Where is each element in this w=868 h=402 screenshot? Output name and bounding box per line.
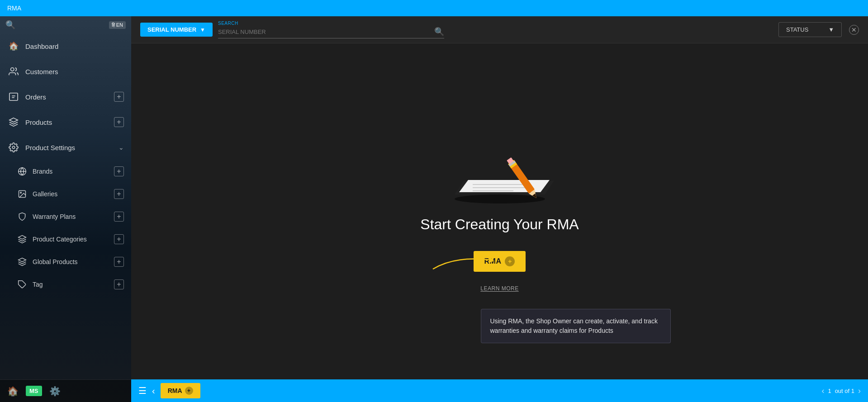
tag-add-button[interactable]: +	[114, 279, 124, 289]
sidebar-item-galleries[interactable]: Galleries +	[0, 183, 131, 205]
search-submit-button[interactable]: 🔍	[434, 27, 444, 37]
warranty-plans-add-button[interactable]: +	[114, 212, 124, 222]
home-bottom-icon[interactable]: 🏠	[7, 386, 19, 397]
status-label: STATUS	[786, 26, 808, 33]
bottom-rma-button[interactable]: RMA +	[161, 383, 200, 398]
sidebar-bottom-bar: 🏠 MS ⚙️	[0, 379, 131, 402]
sidebar-item-tag[interactable]: Tag +	[0, 273, 131, 296]
dashboard-icon: 🏠	[7, 40, 20, 52]
main-content-area: SERIAL NUMBER ▼ SEARCH 🔍 STATUS ▼ ✕	[131, 16, 868, 402]
sidebar-item-label: Products	[25, 118, 114, 126]
sidebar-item-product-categories[interactable]: Product Categories +	[0, 228, 131, 251]
page-total: out of 1	[835, 388, 854, 394]
hamburger-menu-button[interactable]: ☰	[138, 385, 147, 396]
tag-icon	[16, 279, 28, 290]
ms-badge[interactable]: MS	[26, 386, 42, 396]
next-page-button[interactable]: ›	[858, 386, 861, 396]
sidebar-item-label: Product Categories	[33, 236, 114, 243]
search-input[interactable]	[218, 28, 434, 35]
serial-number-dropdown[interactable]: SERIAL NUMBER ▼	[140, 23, 213, 37]
galleries-icon	[16, 188, 28, 200]
sidebar-item-label: Product Settings	[25, 144, 117, 151]
orders-add-button[interactable]: +	[114, 92, 124, 102]
illustration	[436, 131, 563, 205]
center-content: Start Creating Your RMA RMA + LEARN MORE…	[131, 43, 868, 379]
ms-label: MS	[29, 388, 38, 394]
sidebar-item-customers[interactable]: Customers	[0, 59, 131, 84]
learn-more-link[interactable]: LEARN MORE	[480, 285, 518, 292]
settings-bottom-icon[interactable]: ⚙️	[49, 386, 61, 397]
svg-point-9	[20, 192, 22, 194]
sidebar-item-label: Orders	[25, 93, 114, 101]
customers-icon	[7, 65, 20, 78]
bottom-rma-label: RMA	[168, 387, 182, 394]
pagination-info: ‹ 1 out of 1 ›	[821, 386, 861, 396]
sidebar-item-dashboard[interactable]: 🏠 Dashboard	[0, 33, 131, 59]
rma-button-label: RMA	[484, 257, 502, 265]
svg-point-13	[455, 194, 545, 203]
sidebar-item-label: Warranty Plans	[33, 213, 114, 220]
svg-point-0	[11, 68, 14, 71]
back-button[interactable]: ‹	[152, 386, 155, 396]
brands-icon	[16, 166, 28, 177]
global-products-icon	[16, 256, 28, 268]
main-layout: 🔍 हि EN 🏠 Dashboard	[0, 16, 868, 402]
close-filter-button[interactable]: ✕	[849, 25, 859, 35]
brands-add-button[interactable]: +	[114, 166, 124, 176]
sidebar: 🔍 हि EN 🏠 Dashboard	[0, 16, 131, 402]
main-title: Start Creating Your RMA	[420, 216, 579, 233]
sidebar-item-product-settings[interactable]: Product Settings ⌄	[0, 135, 131, 160]
search-field-label: SEARCH	[218, 21, 444, 26]
prev-page-button[interactable]: ‹	[821, 386, 824, 396]
chevron-down-icon: ⌄	[119, 144, 124, 151]
sidebar-item-orders[interactable]: Orders +	[0, 84, 131, 109]
global-products-add-button[interactable]: +	[114, 257, 124, 267]
search-field-wrapper: SEARCH 🔍	[218, 21, 444, 38]
sidebar-search-row: 🔍 हि EN	[0, 16, 131, 33]
rma-create-section: RMA +	[474, 251, 526, 272]
bottom-action-bar: ☰ ‹ RMA + ‹ 1 out of 1 ›	[131, 379, 868, 402]
info-box: Using RMA, the Shop Owner can create, ac…	[481, 309, 671, 343]
sidebar-item-global-products[interactable]: Global Products +	[0, 251, 131, 273]
rma-illustration	[436, 131, 563, 203]
sidebar-item-label: Dashboard	[25, 43, 124, 50]
svg-marker-10	[19, 236, 26, 239]
info-text: Using RMA, the Shop Owner can create, ac…	[490, 317, 658, 334]
sidebar-item-products[interactable]: Products +	[0, 109, 131, 135]
product-categories-add-button[interactable]: +	[114, 234, 124, 244]
sidebar-item-label: Galleries	[33, 190, 114, 198]
status-dropdown[interactable]: STATUS ▼	[778, 22, 842, 37]
product-settings-icon	[7, 141, 20, 154]
sidebar-item-label: Global Products	[33, 258, 114, 265]
page-number: 1	[828, 388, 831, 394]
page-title: RMA	[7, 5, 21, 12]
svg-point-5	[12, 146, 15, 149]
plus-icon: +	[505, 256, 515, 266]
products-icon	[7, 116, 20, 128]
status-chevron-icon: ▼	[828, 26, 834, 33]
galleries-add-button[interactable]: +	[114, 189, 124, 199]
search-input-row: 🔍	[218, 27, 444, 38]
svg-marker-11	[19, 258, 26, 262]
top-bar: RMA	[0, 0, 868, 16]
product-categories-icon	[16, 233, 28, 245]
sidebar-item-warranty-plans[interactable]: Warranty Plans +	[0, 205, 131, 228]
sidebar-content: 🔍 हि EN 🏠 Dashboard	[0, 16, 131, 379]
warranty-plans-icon	[16, 211, 28, 222]
sidebar-item-label: Tag	[33, 281, 114, 288]
svg-marker-4	[9, 118, 18, 122]
search-icon[interactable]: 🔍	[5, 20, 15, 30]
serial-dropdown-label: SERIAL NUMBER	[147, 26, 196, 33]
sidebar-item-label: Customers	[25, 68, 124, 76]
language-badge[interactable]: हि EN	[109, 21, 126, 29]
sidebar-item-brands[interactable]: Brands +	[0, 160, 131, 183]
lang-label: हि EN	[112, 22, 123, 28]
products-add-button[interactable]: +	[114, 117, 124, 127]
create-rma-button[interactable]: RMA +	[474, 251, 526, 272]
dropdown-chevron-icon: ▼	[200, 27, 205, 33]
bottom-plus-icon: +	[185, 387, 193, 395]
filter-bar: SERIAL NUMBER ▼ SEARCH 🔍 STATUS ▼ ✕	[131, 16, 868, 43]
orders-icon	[7, 90, 20, 103]
svg-marker-15	[459, 180, 550, 192]
sidebar-item-label: Brands	[33, 168, 114, 175]
